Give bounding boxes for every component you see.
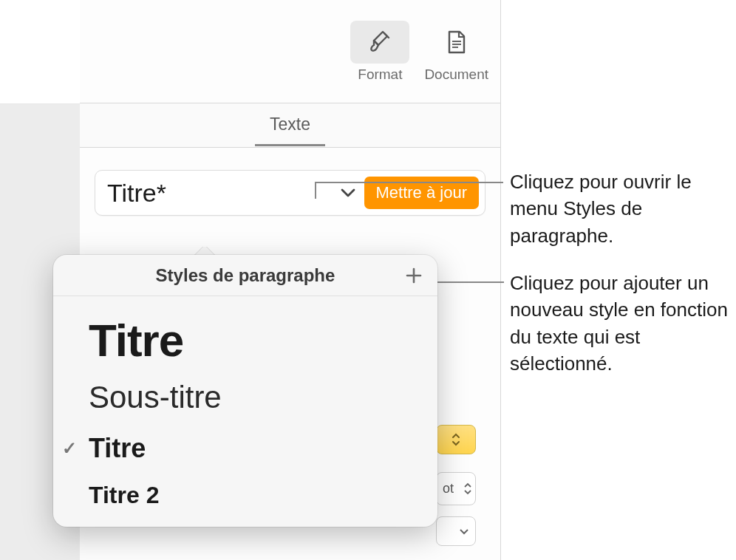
stepper-text: ot: [443, 481, 454, 496]
tab-texte[interactable]: Texte: [255, 104, 325, 146]
checkmark-icon: ✓: [62, 438, 77, 459]
font-size-stepper[interactable]: ot: [436, 472, 476, 505]
style-item-titre-2[interactable]: Titre 2: [53, 473, 437, 518]
popover-title: Styles de paragraphe: [156, 265, 335, 286]
tab-header: Texte: [80, 103, 500, 148]
style-list: Titre Sous-titre ✓ Titre Titre 2: [53, 296, 437, 527]
chevron-down-icon[interactable]: [332, 188, 364, 198]
chevron-up-down-icon: [451, 431, 461, 448]
peek-controls: ot: [436, 425, 476, 546]
callout-open-menu: Cliquez pour ouvrir le menu Styles de pa…: [510, 168, 724, 249]
chevron-down-icon: [459, 527, 469, 535]
popover-header: Styles de paragraphe: [53, 255, 437, 296]
document-icon-wrap: [427, 21, 486, 64]
style-item-titre[interactable]: Titre: [53, 305, 437, 371]
style-item-heading-titre[interactable]: ✓ Titre: [53, 424, 437, 473]
font-variant-dropdown[interactable]: [436, 516, 476, 546]
callout-leader-line: [315, 182, 316, 199]
paragraph-styles-popover: Styles de paragraphe Titre Sous-titre ✓ …: [53, 255, 437, 527]
style-preset-button[interactable]: [436, 425, 476, 454]
current-style-name: Titre*: [107, 179, 332, 208]
document-toolbar-item[interactable]: Document: [417, 21, 496, 83]
callout-leader-line: [315, 182, 503, 183]
callout-add-style: Cliquez pour ajouter un nouveau style en…: [510, 270, 732, 378]
style-item-label: Sous-titre: [89, 380, 222, 415]
format-icon-wrap: [350, 21, 409, 64]
style-item-label: Titre 2: [89, 482, 159, 509]
format-label: Format: [358, 66, 402, 83]
style-item-label: Titre: [89, 433, 146, 464]
paragraph-style-selector[interactable]: Titre* Mettre à jour: [95, 170, 485, 216]
document-label: Document: [424, 66, 488, 83]
add-style-button[interactable]: [403, 265, 424, 286]
plus-icon: [405, 267, 423, 284]
style-item-label: Titre: [89, 314, 183, 366]
paintbrush-icon: [367, 29, 393, 55]
document-icon: [445, 29, 468, 55]
style-item-sous-titre[interactable]: Sous-titre: [53, 371, 437, 424]
toolbar: Format Document: [80, 0, 500, 103]
format-toolbar-item[interactable]: Format: [343, 21, 417, 83]
stepper-arrows-icon: [463, 482, 472, 495]
